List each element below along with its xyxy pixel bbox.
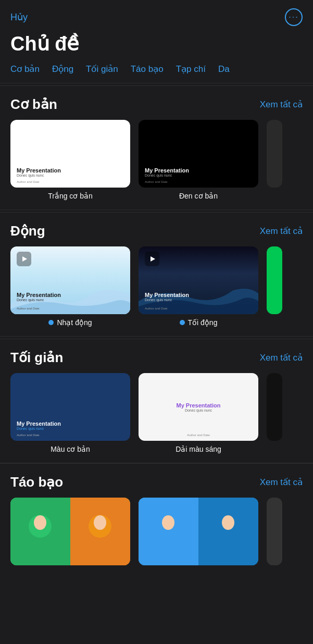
category-nav-item-co-ban[interactable]: Cơ bản xyxy=(10,64,40,75)
tpl-author: Author and Date xyxy=(139,434,258,437)
dot-indicator xyxy=(180,320,185,325)
section-toi-gian-header: Tối giản Xem tất cả xyxy=(10,350,303,366)
template-card-trang-co-ban[interactable]: My Presentation Donec quis nunc Author a… xyxy=(10,120,130,200)
template-card-nhat-dong[interactable]: My Presentation Donec quis nunc Author a… xyxy=(10,246,130,327)
template-card-tao-bao-partial[interactable] xyxy=(267,498,282,565)
template-label-nhat-dong: Nhạt động xyxy=(48,318,92,327)
template-card-mau-co-ban[interactable]: My Presentation Donec quis nunc Author a… xyxy=(10,373,130,453)
section-tao-bao-header: Táo bạo Xem tất cả xyxy=(10,474,303,490)
section-toi-gian-templates: My Presentation Donec quis nunc Author a… xyxy=(10,373,303,457)
tpl-title: My Presentation xyxy=(177,402,221,408)
template-label-dai-mau-sang: Dải màu sáng xyxy=(176,445,221,453)
template-card-tao-bao-1[interactable] xyxy=(10,498,130,565)
tpl-author: Author and Date xyxy=(17,180,40,183)
svg-point-8 xyxy=(162,515,174,530)
section-tao-bao: Táo bạo Xem tất cả xyxy=(0,463,313,565)
category-nav-item-tap-chi[interactable]: Tạp chí xyxy=(176,64,206,75)
more-dots-icon: ··· xyxy=(289,13,298,21)
template-thumb-trang-co-ban: My Presentation Donec quis nunc Author a… xyxy=(10,120,130,188)
header: Hủy ··· xyxy=(0,0,313,30)
template-card-partial[interactable] xyxy=(267,120,282,200)
section-co-ban-templates: My Presentation Donec quis nunc Author a… xyxy=(10,120,303,204)
play-icon xyxy=(17,252,31,266)
tpl-subtitle: Donec quis nunc xyxy=(177,408,221,412)
template-thumb-nhat-dong: My Presentation Donec quis nunc Author a… xyxy=(10,246,130,314)
svg-point-9 xyxy=(222,515,234,530)
category-nav: Cơ bản Động Tối giản Táo bạo Tạp chí Da xyxy=(0,64,313,83)
template-card-dai-mau-sang[interactable]: My Presentation Donec quis nunc Author a… xyxy=(139,373,258,453)
template-card-tao-bao-2[interactable] xyxy=(139,498,258,565)
section-tao-bao-templates xyxy=(10,498,303,565)
tpl-subtitle: Donec quis nunc xyxy=(145,298,252,302)
section-tao-bao-see-all[interactable]: Xem tất cả xyxy=(260,477,303,488)
section-dong-header: Động Xem tất cả xyxy=(10,223,303,239)
category-nav-item-dong[interactable]: Động xyxy=(52,64,73,75)
tpl-subtitle: Donec quis nunc xyxy=(17,427,124,430)
section-toi-gian: Tối giản Xem tất cả My Presentation Done… xyxy=(0,339,313,463)
svg-rect-7 xyxy=(198,498,258,565)
section-co-ban-header: Cơ bản Xem tất cả xyxy=(10,96,303,113)
section-dong: Động Xem tất cả My Presentation Donec qu… xyxy=(0,212,313,336)
section-tao-bao-title: Táo bạo xyxy=(10,474,63,490)
section-co-ban-see-all[interactable]: Xem tất cả xyxy=(260,99,303,110)
category-nav-item-da[interactable]: Da xyxy=(218,64,230,75)
tpl-author: Author and Date xyxy=(145,180,168,183)
template-thumb-mau-co-ban: My Presentation Donec quis nunc Author a… xyxy=(10,373,130,441)
tpl-subtitle: Donec quis nunc xyxy=(17,174,124,177)
template-label-toi-dong: Tối động xyxy=(180,318,218,327)
tpl-title: My Presentation xyxy=(145,167,252,174)
section-dong-templates: My Presentation Donec quis nunc Author a… xyxy=(10,246,303,331)
section-co-ban-title: Cơ bản xyxy=(10,96,57,113)
more-options-button[interactable]: ··· xyxy=(285,8,303,26)
tpl-title: My Presentation xyxy=(17,167,124,174)
section-toi-gian-see-all[interactable]: Xem tất cả xyxy=(260,352,303,363)
template-card-toi-gian-partial[interactable] xyxy=(267,373,282,453)
section-toi-gian-title: Tối giản xyxy=(10,350,63,366)
template-label-mau-co-ban: Màu cơ bản xyxy=(51,445,90,453)
tpl-author: Author and Date xyxy=(145,307,168,310)
tpl-title: My Presentation xyxy=(145,292,252,298)
section-co-ban: Cơ bản Xem tất cả My Presentation Donec … xyxy=(0,85,313,209)
tpl-author: Author and Date xyxy=(17,307,40,310)
svg-rect-6 xyxy=(139,498,198,565)
tpl-subtitle: Donec quis nunc xyxy=(145,174,252,177)
tpl-title: My Presentation xyxy=(17,420,124,427)
tpl-author: Author and Date xyxy=(17,434,40,437)
play-icon xyxy=(145,252,159,266)
template-label-den-co-ban: Đen cơ bản xyxy=(179,192,218,200)
template-thumb-dai-mau-sang: My Presentation Donec quis nunc Author a… xyxy=(139,373,258,441)
page-title: Chủ đề xyxy=(0,30,313,64)
svg-point-4 xyxy=(34,515,46,530)
template-thumb-toi-dong: My Presentation Donec quis nunc Author a… xyxy=(139,246,258,314)
category-nav-item-toi-gian[interactable]: Tối giản xyxy=(86,64,118,75)
template-thumb-den-co-ban: My Presentation Donec quis nunc Author a… xyxy=(139,120,258,188)
section-dong-see-all[interactable]: Xem tất cả xyxy=(260,226,303,237)
category-nav-item-tao-bao[interactable]: Táo bạo xyxy=(131,64,164,75)
section-dong-title: Động xyxy=(10,223,45,239)
svg-point-5 xyxy=(94,515,106,530)
template-card-toi-dong[interactable]: My Presentation Donec quis nunc Author a… xyxy=(139,246,258,327)
template-label-trang-co-ban: Trắng cơ bản xyxy=(48,192,93,200)
cancel-button[interactable]: Hủy xyxy=(10,11,28,23)
tpl-title: My Presentation xyxy=(17,292,124,298)
template-card-den-co-ban[interactable]: My Presentation Donec quis nunc Author a… xyxy=(139,120,258,200)
template-card-dong-partial[interactable] xyxy=(267,246,282,327)
dot-indicator xyxy=(48,320,54,325)
tpl-subtitle: Donec quis nunc xyxy=(17,298,124,302)
